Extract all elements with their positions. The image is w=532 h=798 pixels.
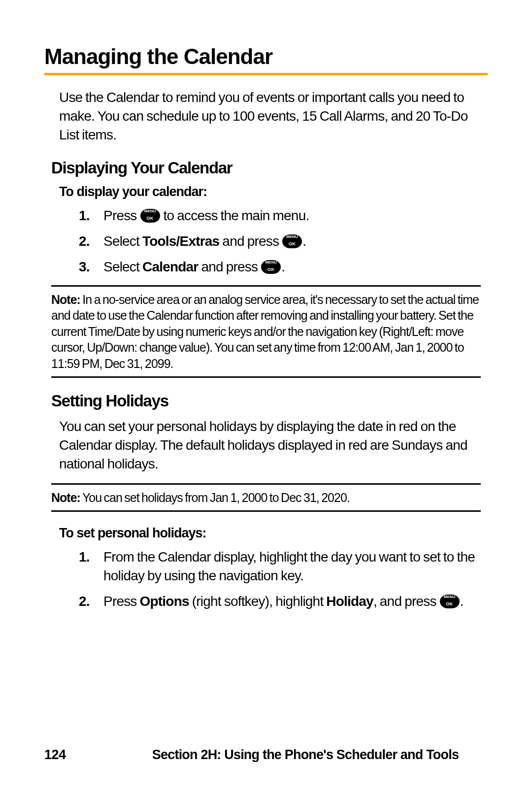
menu-ok-icon <box>261 260 281 274</box>
note-no-service: Note: In a no-service area or an analog … <box>51 285 481 378</box>
steps-set-holidays: From the Calendar display, highlight the… <box>59 548 488 610</box>
note-text: In a no-service area or an analog servic… <box>51 293 479 370</box>
note-text: You can set holidays from Jan 1, 2000 to… <box>80 491 350 504</box>
menu-ok-icon <box>140 209 160 223</box>
step-bold: Holiday <box>326 594 373 609</box>
steps-display-calendar: Press to access the main menu. Select To… <box>59 206 488 276</box>
page-footer: 124 Section 2H: Using the Phone's Schedu… <box>44 747 488 763</box>
page-number: 124 <box>44 747 123 763</box>
page-title: Managing the Calendar <box>44 44 488 69</box>
holidays-intro: You can set your personal holidays by di… <box>59 417 488 473</box>
heading-displaying-calendar: Displaying Your Calendar <box>51 159 488 177</box>
menu-ok-icon <box>282 234 302 248</box>
step-3: Select Calendar and press . <box>59 258 488 276</box>
step-2: Select Tools/Extras and press . <box>59 232 488 251</box>
step-2: Press Options (right softkey), highlight… <box>59 592 488 611</box>
heading-setting-holidays: Setting Holidays <box>51 392 488 410</box>
step-bold: Options <box>140 594 189 609</box>
note-label: Note: <box>51 293 80 306</box>
step-text: (right softkey), highlight <box>189 594 327 609</box>
intro-paragraph: Use the Calendar to remind you of events… <box>59 88 488 144</box>
step-text: Press <box>103 594 140 609</box>
step-text: and press <box>219 233 282 249</box>
subheading-display-calendar: To display your calendar: <box>59 184 488 200</box>
step-bold: Calendar <box>142 259 198 274</box>
note-holidays-range: Note: You can set holidays from Jan 1, 2… <box>51 483 481 512</box>
step-text: Select <box>103 233 142 249</box>
step-text: Select <box>103 259 142 274</box>
step-1: Press to access the main menu. <box>59 206 488 225</box>
step-text: to access the main menu. <box>161 208 309 223</box>
step-1: From the Calendar display, highlight the… <box>59 548 488 585</box>
step-text: , and press <box>373 594 439 609</box>
step-text: From the Calendar display, highlight the… <box>103 549 475 583</box>
step-text: Press <box>103 208 140 223</box>
step-text: and press <box>198 259 261 274</box>
title-underline <box>44 73 488 75</box>
menu-ok-icon <box>440 595 460 608</box>
footer-section-label: Section 2H: Using the Phone's Scheduler … <box>123 747 488 763</box>
step-bold: Tools/Extras <box>142 233 219 249</box>
note-label: Note: <box>51 491 80 504</box>
step-text: . <box>302 233 306 249</box>
step-text: . <box>281 259 285 274</box>
step-text: . <box>460 594 464 609</box>
subheading-set-holidays: To set personal holidays: <box>59 526 488 541</box>
